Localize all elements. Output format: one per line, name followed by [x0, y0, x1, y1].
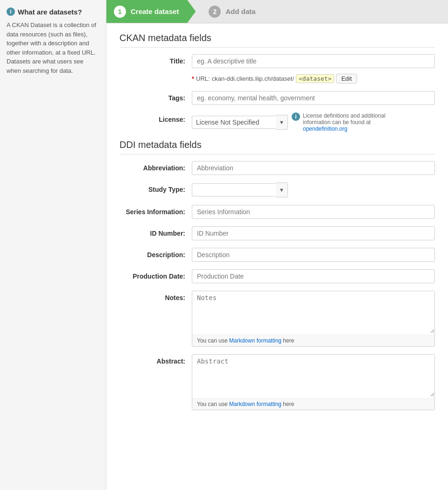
license-field-group: License: License Not Specified ▼ i Licen… — [119, 112, 435, 132]
step1-label: Create dataset — [131, 7, 179, 15]
title-label: Title: — [119, 54, 192, 65]
description-field-group: Description: — [119, 248, 435, 262]
series-field-group: Series Information: — [119, 205, 435, 219]
title-input[interactable] — [192, 54, 435, 68]
step2-label: Add data — [225, 7, 255, 15]
abstract-markdown-link[interactable]: Markdown formatting — [229, 401, 281, 407]
production-date-label: Production Date: — [119, 269, 192, 280]
abstract-textarea[interactable] — [192, 355, 434, 397]
title-input-wrap: * URL: ckan-ddi.clients.liip.ch/dataset/… — [192, 54, 435, 84]
abbreviation-input-wrap — [192, 161, 435, 175]
study-type-select[interactable] — [192, 183, 276, 196]
url-dataset-token: <dataset> — [296, 74, 334, 83]
ckan-section-title: CKAN metadata fields — [119, 33, 435, 48]
production-date-input-wrap — [192, 269, 435, 283]
abbreviation-label: Abbreviation: — [119, 161, 192, 172]
abbreviation-field-group: Abbreviation: — [119, 161, 435, 175]
sidebar-heading: What are datasets? — [18, 8, 82, 16]
abstract-markdown-hint: You can use Markdown formatting here — [192, 398, 434, 410]
license-label: License: — [119, 112, 192, 123]
info-icon: i — [7, 7, 15, 16]
id-number-label: ID Number: — [119, 226, 192, 237]
sidebar-description: A CKAN Dataset is a collection of data r… — [7, 21, 99, 75]
abbreviation-input[interactable] — [192, 161, 435, 175]
notes-input-wrap: You can use Markdown formatting here — [192, 291, 435, 347]
notes-label: Notes: — [119, 291, 192, 301]
tags-label: Tags: — [119, 91, 192, 102]
url-row: * URL: ckan-ddi.clients.liip.ch/dataset/… — [192, 74, 357, 84]
description-label: Description: — [119, 248, 192, 259]
id-number-field-group: ID Number: — [119, 226, 435, 240]
step-add-data[interactable]: 2 Add data — [196, 0, 265, 23]
license-input-wrap: License Not Specified ▼ i License defini… — [192, 112, 435, 132]
study-type-select-wrap: ▼ — [192, 182, 288, 197]
license-select[interactable]: License Not Specified — [192, 116, 276, 129]
step2-number: 2 — [209, 6, 221, 18]
steps-bar: 1 Create dataset 2 Add data — [106, 0, 448, 23]
license-select-wrap: License Not Specified ▼ — [192, 115, 288, 130]
license-info-text: License definitions and additional infor… — [303, 112, 413, 132]
id-number-input[interactable] — [192, 226, 435, 240]
description-input[interactable] — [192, 248, 435, 262]
form-area: CKAN metadata fields Title: * URL: ckan-… — [106, 23, 448, 490]
license-info-link[interactable]: opendefinition.org — [303, 126, 347, 132]
study-type-input-wrap: ▼ — [192, 182, 435, 197]
tags-field-group: Tags: — [119, 91, 435, 105]
study-type-label: Study Type: — [119, 182, 192, 193]
notes-textarea-wrap: You can use Markdown formatting here — [192, 291, 435, 347]
title-field-group: Title: * URL: ckan-ddi.clients.liip.ch/d… — [119, 54, 435, 84]
abstract-textarea-wrap: You can use Markdown formatting here — [192, 354, 435, 410]
description-input-wrap — [192, 248, 435, 262]
series-input-wrap — [192, 205, 435, 219]
abstract-field-group: Abstract: You can use Markdown formattin… — [119, 354, 435, 410]
url-edit-button[interactable]: Edit — [336, 74, 357, 84]
study-type-dropdown-arrow[interactable]: ▼ — [276, 182, 288, 197]
notes-markdown-link[interactable]: Markdown formatting — [229, 337, 281, 344]
license-info: i License definitions and additional inf… — [292, 112, 413, 132]
tags-input[interactable] — [192, 91, 435, 105]
series-input[interactable] — [192, 205, 435, 219]
license-dropdown-arrow[interactable]: ▼ — [276, 115, 288, 130]
step-create-dataset[interactable]: 1 Create dataset — [106, 0, 196, 23]
notes-textarea[interactable] — [192, 291, 434, 333]
notes-field-group: Notes: You can use Markdown formatting h… — [119, 291, 435, 347]
notes-textarea-container: You can use Markdown formatting here — [192, 291, 435, 347]
notes-markdown-hint: You can use Markdown formatting here — [192, 335, 434, 346]
study-type-field-group: Study Type: ▼ — [119, 182, 435, 197]
abstract-label: Abstract: — [119, 354, 192, 365]
url-base: ckan-ddi.clients.liip.ch/dataset/ — [212, 75, 294, 82]
tags-input-wrap — [192, 91, 435, 105]
sidebar: i What are datasets? A CKAN Dataset is a… — [0, 0, 106, 490]
url-required-star: * — [192, 75, 194, 82]
abstract-input-wrap: You can use Markdown formatting here — [192, 354, 435, 410]
production-date-field-group: Production Date: — [119, 269, 435, 283]
sidebar-title: i What are datasets? — [7, 7, 99, 16]
step1-number: 1 — [114, 6, 126, 18]
url-label: URL: — [196, 75, 210, 82]
production-date-input[interactable] — [192, 269, 435, 283]
main-content: 1 Create dataset 2 Add data CKAN metadat… — [106, 0, 448, 490]
abstract-textarea-container: You can use Markdown formatting here — [192, 354, 435, 410]
license-info-icon: i — [292, 112, 300, 121]
series-label: Series Information: — [119, 205, 192, 216]
id-number-input-wrap — [192, 226, 435, 240]
ddi-section-title: DDI metadata fields — [119, 140, 435, 154]
